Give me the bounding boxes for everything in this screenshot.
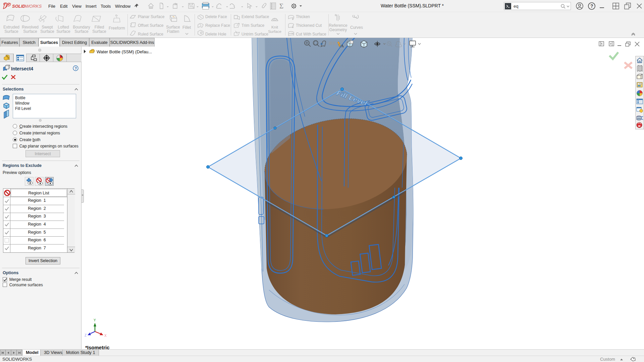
svg-text:Σ: Σ xyxy=(279,2,283,10)
svg-text:WORKS: WORKS xyxy=(25,4,42,9)
svg-text:*Isometric: *Isometric xyxy=(85,345,110,349)
svg-text:?: ? xyxy=(590,3,593,9)
svg-text:SOLID: SOLID xyxy=(12,4,25,9)
svg-text:Y: Y xyxy=(94,318,96,322)
svg-text:Z: Z xyxy=(85,334,87,337)
svg-text:?: ? xyxy=(75,66,77,70)
svg-text:Water Bottle (SSM) (Defau...: Water Bottle (SSM) (Defau... xyxy=(97,49,152,54)
svg-text:X: X xyxy=(104,334,107,338)
